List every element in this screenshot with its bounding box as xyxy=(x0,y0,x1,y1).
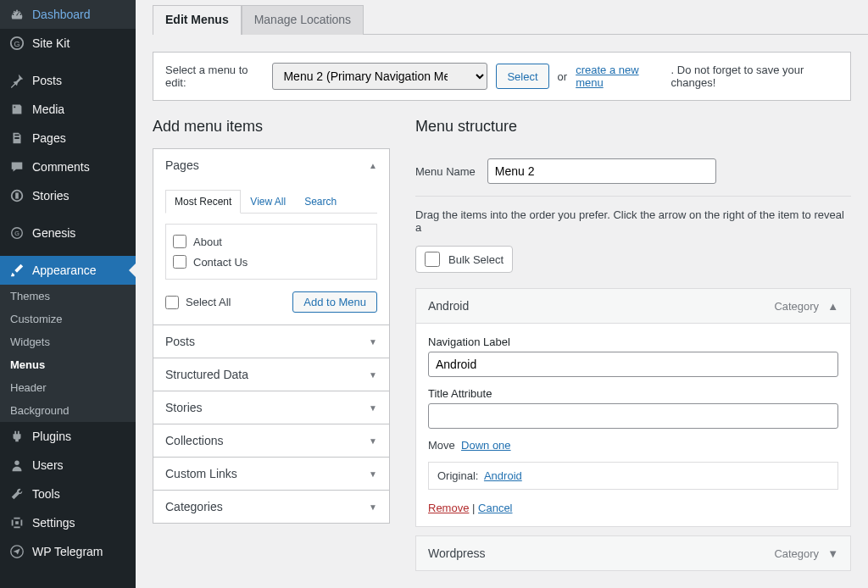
sidebar-label: Appearance xyxy=(32,263,97,277)
submenu-customize[interactable]: Customize xyxy=(0,308,136,330)
accordion-stories[interactable]: Stories▼ xyxy=(153,391,389,424)
sidebar-item-wptelegram[interactable]: WP Telegram xyxy=(0,537,136,566)
select-button[interactable]: Select xyxy=(496,64,548,89)
sidebar-item-dashboard[interactable]: Dashboard xyxy=(0,0,136,29)
submenu-themes[interactable]: Themes xyxy=(0,285,136,308)
chevron-down-icon: ▼ xyxy=(369,337,377,347)
drag-hint-text: Drag the items into the order you prefer… xyxy=(415,197,851,246)
subtab-view-all[interactable]: View All xyxy=(241,190,295,214)
submenu-widgets[interactable]: Widgets xyxy=(0,330,136,353)
title-attr-input[interactable] xyxy=(428,403,838,429)
create-new-menu-link[interactable]: create a new menu xyxy=(576,64,662,89)
move-down-link[interactable]: Down one xyxy=(461,439,511,452)
comments-icon xyxy=(8,158,25,175)
media-icon xyxy=(8,101,25,118)
chevron-down-icon: ▼ xyxy=(369,436,377,446)
sidebar-item-users[interactable]: Users xyxy=(0,451,136,480)
sitekit-icon: G xyxy=(8,35,25,52)
menu-item-wordpress[interactable]: Wordpress Category ▼ xyxy=(415,535,851,571)
original-label: Original: xyxy=(437,469,478,482)
or-text: or xyxy=(558,70,568,83)
menu-item-header[interactable]: Wordpress Category ▼ xyxy=(416,536,850,570)
tab-edit-menus[interactable]: Edit Menus xyxy=(153,5,242,35)
sidebar-item-appearance[interactable]: Appearance xyxy=(0,256,136,285)
menu-item-type: Category xyxy=(774,300,819,313)
accordion-collections[interactable]: Collections▼ xyxy=(153,424,389,457)
save-hint: . Do not forget to save your changes! xyxy=(671,64,838,89)
page-option-contact[interactable]: Contact Us xyxy=(173,252,370,272)
sidebar-item-settings[interactable]: Settings xyxy=(0,508,136,537)
sidebar-label: Settings xyxy=(32,516,75,530)
sidebar-item-genesis[interactable]: G Genesis xyxy=(0,219,136,247)
sidebar-label: Site Kit xyxy=(32,36,70,50)
accordion-categories[interactable]: Categories▼ xyxy=(153,491,389,523)
user-icon xyxy=(8,457,25,474)
accordion-structured-data[interactable]: Structured Data▼ xyxy=(153,358,389,391)
sidebar-item-comments[interactable]: Comments xyxy=(0,153,136,181)
subtab-search[interactable]: Search xyxy=(295,190,346,214)
move-label: Move xyxy=(428,439,455,452)
add-to-menu-button[interactable]: Add to Menu xyxy=(292,291,377,313)
sidebar-item-tools[interactable]: Tools xyxy=(0,480,136,508)
sidebar-item-pages[interactable]: Pages xyxy=(0,124,136,153)
cancel-link[interactable]: Cancel xyxy=(478,502,512,514)
svg-rect-3 xyxy=(15,192,19,198)
sidebar-item-plugins[interactable]: Plugins xyxy=(0,422,136,451)
sidebar-label: Users xyxy=(32,458,64,472)
svg-text:G: G xyxy=(14,40,19,48)
sidebar-label: Media xyxy=(32,103,64,116)
svg-point-6 xyxy=(14,461,19,465)
remove-link[interactable]: Remove xyxy=(428,502,469,514)
wrench-icon xyxy=(8,485,25,502)
chevron-down-icon: ▼ xyxy=(369,502,377,512)
menu-item-name: Android xyxy=(428,299,469,313)
select-menu-label: Select a menu to edit: xyxy=(165,64,264,89)
menu-structure-heading: Menu structure xyxy=(415,118,851,136)
submenu-background[interactable]: Background xyxy=(0,399,136,422)
accordion-custom-links[interactable]: Custom Links▼ xyxy=(153,458,389,490)
nav-label-label: Navigation Label xyxy=(428,336,838,348)
checkbox-select-all[interactable] xyxy=(165,296,179,309)
menu-item-header[interactable]: Android Category ▲ xyxy=(416,289,850,323)
sidebar-label: Comments xyxy=(32,160,90,174)
sidebar-label: Dashboard xyxy=(32,8,91,21)
subtab-most-recent[interactable]: Most Recent xyxy=(165,190,241,214)
sidebar-label: Pages xyxy=(32,131,66,145)
nav-label-input[interactable] xyxy=(428,352,838,377)
brush-icon xyxy=(8,262,25,279)
tab-manage-locations[interactable]: Manage Locations xyxy=(242,5,364,35)
sidebar-item-sitekit[interactable]: G Site Kit xyxy=(0,29,136,58)
page-option-about[interactable]: About xyxy=(173,231,370,252)
accordion-pages[interactable]: Pages ▲ xyxy=(153,149,389,181)
sidebar-label: Posts xyxy=(32,74,62,87)
svg-text:G: G xyxy=(14,230,19,237)
submenu-header[interactable]: Header xyxy=(0,376,136,399)
menu-item-type: Category xyxy=(774,547,819,560)
sidebar-label: Tools xyxy=(32,487,60,501)
select-all-row[interactable]: Select All xyxy=(165,292,231,313)
chevron-down-icon: ▼ xyxy=(369,403,377,413)
checkbox-contact[interactable] xyxy=(173,255,186,269)
submenu-menus[interactable]: Menus xyxy=(0,353,136,376)
accordion-posts[interactable]: Posts▼ xyxy=(153,325,389,358)
menu-name-input[interactable] xyxy=(487,158,716,184)
menu-name-label: Menu Name xyxy=(415,165,476,178)
select-menu-bar: Select a menu to edit: Menu 2 (Primary N… xyxy=(153,52,851,101)
dashboard-icon xyxy=(8,6,25,23)
chevron-down-icon: ▼ xyxy=(369,370,377,380)
genesis-icon: G xyxy=(8,225,25,241)
menu-item-android[interactable]: Android Category ▲ Navigation Label Titl… xyxy=(415,288,851,527)
bulk-select-row[interactable]: Bulk Select xyxy=(415,246,513,273)
menu-item-name: Wordpress xyxy=(428,546,485,560)
sidebar-item-media[interactable]: Media xyxy=(0,95,136,124)
checkbox-about[interactable] xyxy=(173,235,186,248)
plug-icon xyxy=(8,428,25,445)
chevron-down-icon: ▼ xyxy=(369,469,377,479)
sidebar-item-stories[interactable]: Stories xyxy=(0,181,136,210)
original-link[interactable]: Android xyxy=(484,469,522,482)
bulk-select-checkbox[interactable] xyxy=(425,252,440,267)
menu-select[interactable]: Menu 2 (Primary Navigation Menu) xyxy=(272,63,487,90)
nav-tabs: Edit Menus Manage Locations xyxy=(153,5,868,35)
chevron-up-icon: ▲ xyxy=(827,300,838,313)
sidebar-item-posts[interactable]: Posts xyxy=(0,66,136,95)
